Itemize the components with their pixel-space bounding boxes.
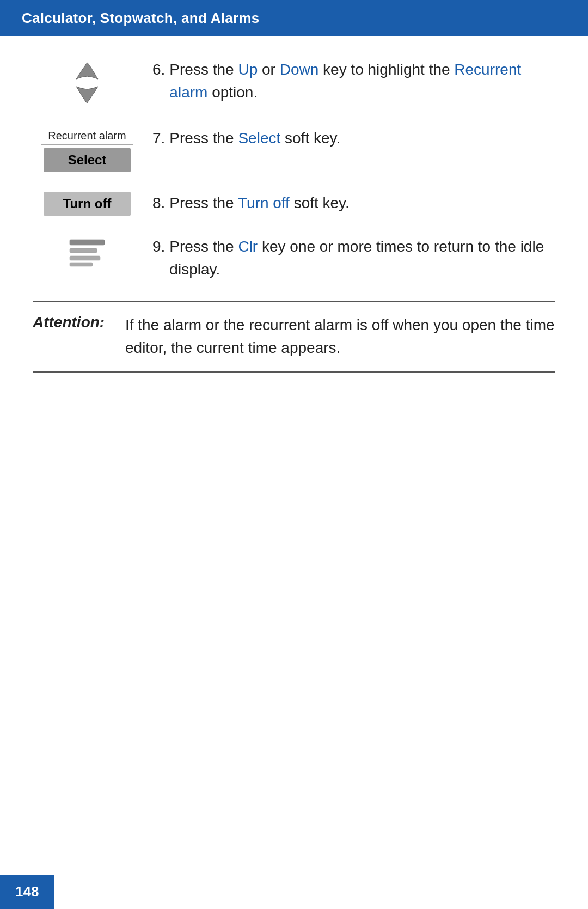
step-8-text: 8. Press the Turn off soft key. [142,192,555,215]
step-6-icon [33,58,142,107]
svg-rect-3 [70,263,93,266]
step-9-row: 9. Press the Clr key one or more times t… [33,235,555,281]
recurrent-alarm-option-label: Recurrent alarm [169,61,521,101]
step-8-number: 8. [152,192,165,215]
step-9-content: Press the Clr key one or more times to r… [169,235,555,281]
recurrent-alarm-label-box: Recurrent alarm [41,127,133,145]
step-8-row: Turn off 8. Press the Turn off soft key. [33,192,555,216]
svg-rect-0 [70,240,105,245]
page-content: 6. Press the Up or Down key to highlight… [0,36,588,394]
step-8-content: Press the Turn off soft key. [169,192,349,215]
step-7-row: Recurrent alarm Select 7. Press the Sele… [33,127,555,172]
select-key-label: Select [238,130,280,147]
nav-keys-icon [65,58,109,107]
turn-off-soft-key[interactable]: Turn off [44,192,131,216]
step-7-number: 7. [152,127,165,150]
header-bar: Calculator, Stopwatch, and Alarms [0,0,588,36]
step-7-icon: Recurrent alarm Select [33,127,142,172]
svg-rect-1 [70,248,97,253]
up-key-label: Up [238,61,258,78]
step-9-icon [33,235,142,270]
attention-box: Attention: If the alarm or the recurrent… [33,301,555,373]
step-6-number: 6. [152,58,165,81]
page-number: 148 [0,875,54,909]
clr-key-label: Clr [238,238,258,255]
step-8-icon: Turn off [33,192,142,216]
step-6-text: 6. Press the Up or Down key to highlight… [142,58,555,104]
step-9-text: 9. Press the Clr key one or more times t… [142,235,555,281]
attention-text: If the alarm or the recurrent alarm is o… [125,314,555,359]
turn-off-key-label: Turn off [238,194,290,211]
step-9-number: 9. [152,235,165,258]
step-6-content: Press the Up or Down key to highlight th… [169,58,555,104]
down-key-label: Down [280,61,319,78]
step-7-text: 7. Press the Select soft key. [142,127,555,150]
svg-rect-2 [70,256,100,260]
clr-icon [68,235,107,270]
attention-label: Attention: [33,314,120,331]
select-soft-key[interactable]: Select [44,148,131,172]
header-title: Calculator, Stopwatch, and Alarms [22,10,260,27]
step-6-row: 6. Press the Up or Down key to highlight… [33,58,555,107]
step-7-content: Press the Select soft key. [169,127,340,150]
